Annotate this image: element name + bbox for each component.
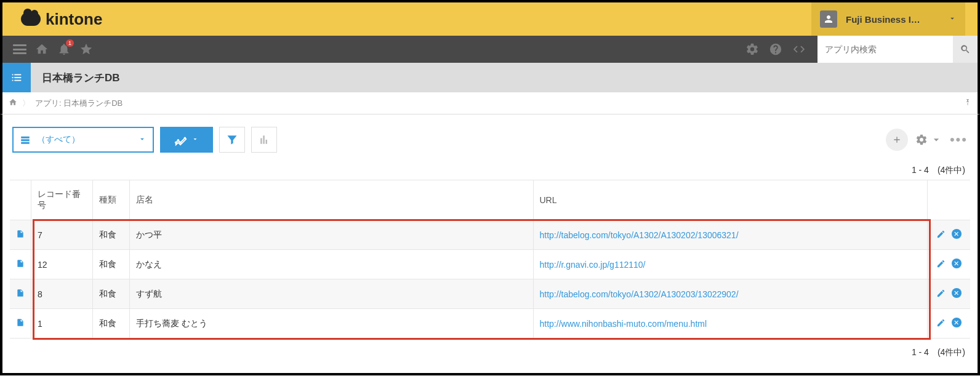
url-link[interactable]: http://tabelog.com/tokyo/A1302/A130203/1… <box>540 289 739 299</box>
graph-icon <box>174 133 188 146</box>
gear-icon <box>915 134 928 146</box>
chart-button[interactable] <box>251 127 277 153</box>
record-open-icon[interactable] <box>10 309 31 339</box>
favorites-button[interactable] <box>75 38 97 60</box>
table-row[interactable]: 12和食かなえhttp://r.gnavi.co.jp/g112110/✕ <box>10 250 970 279</box>
column-header-name[interactable]: 店名 <box>130 180 534 220</box>
column-header-icon <box>10 180 31 220</box>
notifications-button[interactable]: 1 <box>53 38 75 60</box>
record-open-icon[interactable] <box>10 250 31 279</box>
edit-icon[interactable] <box>936 289 946 298</box>
hamburger-icon <box>13 44 26 54</box>
graph-button[interactable] <box>160 127 213 153</box>
cell-record-no: 12 <box>31 250 93 279</box>
url-link[interactable]: http://tabelog.com/tokyo/A1302/A130202/1… <box>540 230 739 240</box>
record-open-icon[interactable] <box>10 220 31 250</box>
search-icon <box>960 44 971 55</box>
delete-button[interactable]: ✕ <box>952 318 962 327</box>
plus-icon <box>892 135 902 145</box>
edit-icon[interactable] <box>936 318 946 327</box>
app-icon <box>2 63 31 92</box>
search-input[interactable] <box>817 36 953 63</box>
column-header-actions <box>927 180 970 220</box>
chevron-down-icon <box>930 134 942 146</box>
cell-url: http://r.gnavi.co.jp/g112110/ <box>533 250 927 279</box>
cloud-icon <box>21 12 41 26</box>
svg-point-0 <box>175 142 177 144</box>
topbar: kintone Fuji Business I… <box>0 0 980 36</box>
view-selector-label: （すべて） <box>37 134 132 145</box>
pin-icon <box>964 98 971 106</box>
cell-name: かつ平 <box>130 220 534 250</box>
cell-type: 和食 <box>93 250 130 279</box>
developer-button[interactable] <box>788 38 810 60</box>
user-display-name: Fuji Business I… <box>846 14 939 25</box>
help-icon <box>769 42 782 56</box>
edit-icon[interactable] <box>936 230 946 239</box>
column-header-url[interactable]: URL <box>533 180 927 220</box>
cell-record-no: 1 <box>31 309 93 339</box>
cell-record-no: 7 <box>31 220 93 250</box>
app-title: 日本橋ランチDB <box>42 71 120 85</box>
pagination-text: 1 - 4 (4件中) <box>912 347 965 357</box>
row-actions: ✕ <box>927 250 970 279</box>
table-row[interactable]: 1和食手打ち蕎麦 むとうhttp://www.nihonbashi-muto.c… <box>10 309 970 339</box>
cell-url: http://www.nihonbashi-muto.com/menu.html <box>533 309 927 339</box>
star-icon <box>79 42 93 56</box>
cell-record-no: 8 <box>31 279 93 309</box>
delete-button[interactable]: ✕ <box>952 259 962 268</box>
svg-point-3 <box>184 137 187 139</box>
cell-name: かなえ <box>130 250 534 279</box>
delete-button[interactable]: ✕ <box>952 229 962 239</box>
funnel-icon <box>226 134 238 146</box>
chevron-down-icon <box>191 135 199 145</box>
svg-point-1 <box>177 139 180 142</box>
filter-button[interactable] <box>219 127 245 153</box>
edit-icon[interactable] <box>936 259 946 268</box>
list-icon <box>10 71 23 84</box>
product-logo[interactable]: kintone <box>21 10 102 29</box>
cell-type: 和食 <box>93 279 130 309</box>
pin-button[interactable] <box>964 98 971 108</box>
product-name: kintone <box>46 10 102 29</box>
breadcrumb: 〉 アプリ: 日本橋ランチDB <box>0 92 980 114</box>
home-button[interactable] <box>31 38 53 60</box>
column-header-type[interactable]: 種類 <box>93 180 130 220</box>
notification-badge: 1 <box>66 39 74 47</box>
more-options-button[interactable]: ••• <box>950 132 968 148</box>
add-record-button[interactable] <box>886 129 908 151</box>
search-button[interactable] <box>953 36 978 63</box>
chevron-down-icon <box>138 135 147 145</box>
help-button[interactable] <box>765 38 787 60</box>
breadcrumb-current: アプリ: 日本橋ランチDB <box>35 98 122 109</box>
table-row[interactable]: 8和食すず航http://tabelog.com/tokyo/A1302/A13… <box>10 279 970 309</box>
home-icon <box>35 42 49 56</box>
url-link[interactable]: http://r.gnavi.co.jp/g112110/ <box>540 260 646 270</box>
chevron-down-icon <box>948 14 957 25</box>
view-toolbar: （すべて） ••• <box>0 114 980 159</box>
user-menu[interactable]: Fuji Business I… <box>811 2 965 36</box>
records-table-wrap: レコード番号 種類 店名 URL 7和食かつ平http://tabelog.co… <box>0 180 980 339</box>
url-link[interactable]: http://www.nihonbashi-muto.com/menu.html <box>540 319 707 329</box>
record-open-icon[interactable] <box>10 279 31 309</box>
delete-button[interactable]: ✕ <box>952 288 962 298</box>
row-actions: ✕ <box>927 220 970 250</box>
gear-icon <box>745 42 759 56</box>
column-header-record-no[interactable]: レコード番号 <box>31 180 93 220</box>
pagination-bottom: 1 - 4 (4件中) <box>0 339 980 375</box>
global-navbar: 1 <box>0 36 980 63</box>
app-settings-button[interactable] <box>915 134 942 146</box>
menu-button[interactable] <box>9 38 31 60</box>
cell-name: すず航 <box>130 279 534 309</box>
home-icon <box>9 98 17 106</box>
pagination-top: 1 - 4 (4件中) <box>0 159 980 180</box>
settings-button[interactable] <box>741 38 763 60</box>
avatar-icon <box>820 10 837 28</box>
breadcrumb-home[interactable] <box>9 98 17 108</box>
bar-chart-icon <box>258 134 270 146</box>
app-titlebar: 日本橋ランチDB <box>0 63 980 92</box>
table-row[interactable]: 7和食かつ平http://tabelog.com/tokyo/A1302/A13… <box>10 220 970 250</box>
pagination-text: 1 - 4 (4件中) <box>912 165 965 175</box>
cell-type: 和食 <box>93 309 130 339</box>
view-selector[interactable]: （すべて） <box>12 127 154 153</box>
